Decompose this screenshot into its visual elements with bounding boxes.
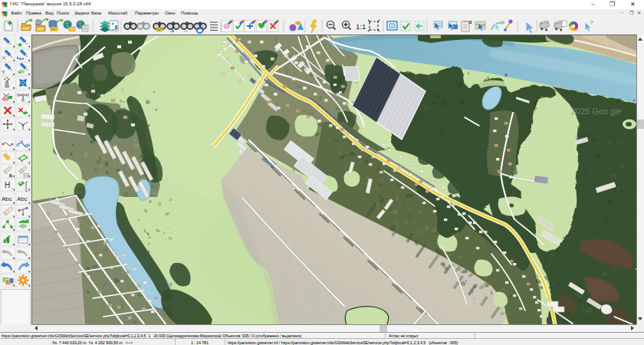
svg-text:?: ? xyxy=(590,19,593,26)
svg-text:Abc: Abc xyxy=(2,196,12,202)
svg-text:1:1: 1:1 xyxy=(356,22,366,31)
svg-text:a: a xyxy=(9,172,12,178)
svg-text:H: H xyxy=(5,181,10,189)
svg-text:sav: sav xyxy=(51,28,56,31)
svg-text:a: a xyxy=(171,28,174,33)
svg-text:a: a xyxy=(468,18,472,25)
svg-text:...: ... xyxy=(184,28,188,32)
svg-text:Abc: Abc xyxy=(17,196,28,202)
svg-text:2025 Goo gle: 2025 Goo gle xyxy=(571,107,622,116)
svg-text:?: ? xyxy=(2,70,5,75)
